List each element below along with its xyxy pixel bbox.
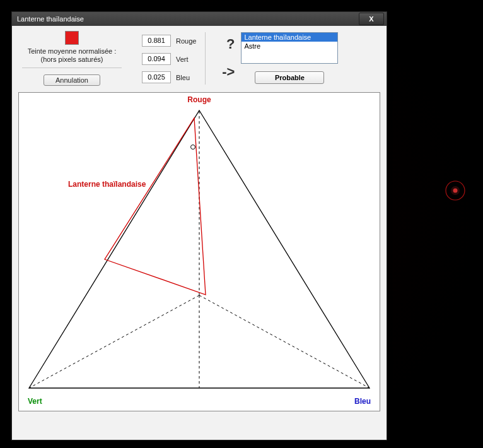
close-icon: X: [369, 15, 373, 23]
vertical-divider: [205, 32, 206, 85]
background-red-object: [445, 180, 465, 201]
dialog-window: Lanterne thaïlandaise X Teinte moyenne n…: [11, 11, 387, 440]
svg-point-2: [451, 186, 460, 195]
rgb-value-g[interactable]: 0.094: [142, 53, 171, 65]
ternary-plot: Rouge Vert Bleu Lanterne thaïlandaise: [18, 92, 380, 411]
vertex-label-vert: Vert: [28, 397, 42, 406]
rgb-value-b[interactable]: 0.025: [142, 71, 171, 83]
cancel-button[interactable]: Annulation: [44, 74, 100, 86]
svg-marker-8: [105, 118, 206, 295]
region-label: Lanterne thaïlandaise: [68, 180, 146, 189]
arrow-icon: ->: [222, 64, 235, 80]
close-button[interactable]: X: [359, 13, 384, 25]
color-swatch: [65, 31, 79, 45]
window-title: Lanterne thaïlandaise: [17, 15, 359, 23]
symbol-column: ? ->: [214, 32, 235, 86]
svg-line-5: [29, 295, 199, 388]
svg-point-9: [191, 145, 195, 150]
top-panel: Teinte moyenne normalisée : (hors pixels…: [12, 26, 387, 90]
list-item[interactable]: Lanterne thaïlandaise: [242, 33, 337, 42]
category-listbox[interactable]: Lanterne thaïlandaise Astre: [241, 32, 338, 64]
rgb-label-b: Bleu: [176, 74, 190, 81]
hint-line-2: (hors pixels saturés): [18, 56, 125, 64]
rgb-row-g: 0.094 Vert: [142, 53, 196, 65]
list-item[interactable]: Astre: [242, 42, 337, 50]
rgb-values-block: 0.881 Rouge 0.094 Vert 0.025 Bleu: [142, 31, 196, 86]
vertex-label-rouge: Rouge: [187, 95, 211, 104]
classification-right-col: Lanterne thaïlandaise Astre Probable: [241, 32, 338, 86]
classification-block: ? -> Lanterne thaïlandaise Astre Probabl…: [214, 31, 380, 86]
ternary-svg: [19, 93, 380, 411]
rgb-value-r[interactable]: 0.881: [142, 35, 171, 47]
rgb-row-r: 0.881 Rouge: [142, 35, 196, 47]
vertex-label-bleu: Bleu: [354, 397, 371, 406]
divider: [22, 68, 122, 68]
rgb-label-g: Vert: [176, 56, 189, 63]
hint-line-1: Teinte moyenne normalisée :: [18, 47, 125, 56]
probable-button[interactable]: Probable: [255, 71, 324, 84]
rgb-row-b: 0.025 Bleu: [142, 71, 196, 83]
rgb-label-r: Rouge: [176, 37, 196, 45]
titlebar: Lanterne thaïlandaise X: [12, 12, 387, 26]
svg-line-6: [199, 295, 370, 388]
hue-summary-block: Teinte moyenne normalisée : (hors pixels…: [18, 31, 125, 86]
question-icon: ?: [226, 36, 235, 52]
